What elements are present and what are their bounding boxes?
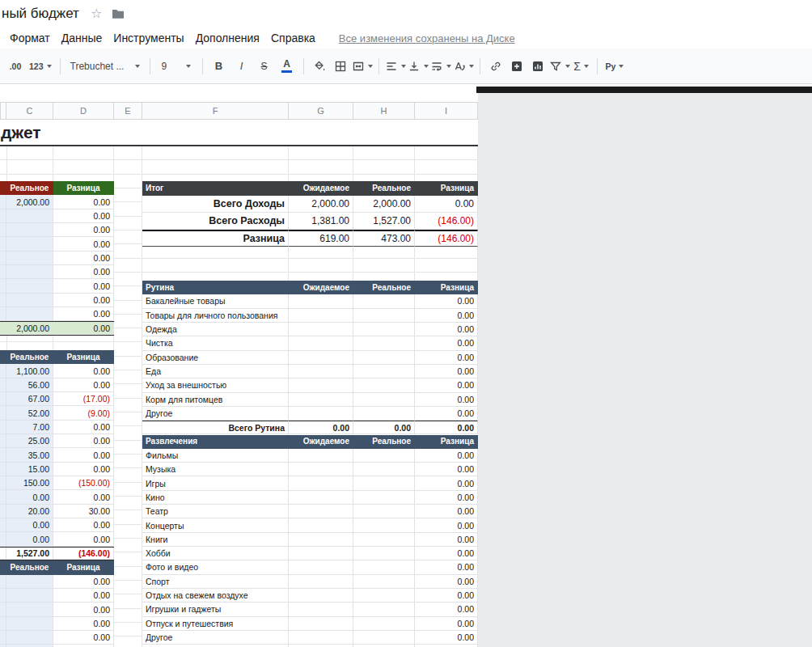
cell-real[interactable]: [6, 223, 53, 237]
header-cell[interactable]: [0, 181, 6, 195]
cell-diff[interactable]: 0.00: [53, 223, 114, 237]
cell-real[interactable]: 150.00: [6, 476, 53, 490]
totals-diff[interactable]: (146.00): [415, 230, 478, 247]
save-status-link[interactable]: Все изменения сохранены на Диске: [339, 32, 515, 44]
item-name[interactable]: Одежда: [142, 323, 289, 336]
font-family-selector[interactable]: Trebuchet ...: [66, 57, 144, 76]
header-section[interactable]: Рутина: [142, 281, 289, 294]
insert-comment-button[interactable]: [507, 57, 527, 76]
cell-diff[interactable]: 0.00: [53, 603, 114, 616]
cell-expected[interactable]: [289, 351, 353, 365]
cell-diff[interactable]: 0.00: [53, 434, 114, 448]
column-header-e[interactable]: E: [114, 102, 142, 120]
cell-diff[interactable]: 0.00: [415, 463, 478, 476]
cell-diff[interactable]: 0.00: [415, 617, 478, 631]
text-wrap-button[interactable]: [430, 57, 451, 76]
cell[interactable]: [0, 265, 6, 279]
cell-diff[interactable]: 0.00: [53, 209, 114, 223]
cell-diff[interactable]: 0.00: [53, 448, 114, 462]
cell-diff[interactable]: 0.00: [53, 463, 114, 476]
cell[interactable]: [0, 421, 6, 434]
cell-expected[interactable]: [289, 518, 353, 532]
cell-diff[interactable]: (150.00): [53, 476, 114, 490]
cell-real[interactable]: [353, 365, 415, 378]
cell[interactable]: [0, 406, 6, 420]
cell-real[interactable]: [6, 279, 53, 293]
cell[interactable]: [0, 490, 6, 504]
cell-diff[interactable]: 0.00: [415, 491, 478, 505]
item-name[interactable]: Корм для питомцев: [142, 393, 289, 407]
cell-diff[interactable]: 0.00: [53, 294, 114, 307]
totals-expected[interactable]: 1,381.00: [289, 213, 353, 230]
cell-expected[interactable]: [289, 365, 353, 378]
header-real[interactable]: Реальное: [353, 435, 415, 449]
cell-expected[interactable]: [289, 575, 353, 589]
cell-real[interactable]: [353, 476, 415, 490]
cell-expected[interactable]: [289, 505, 353, 518]
cell-real[interactable]: [6, 252, 53, 265]
cell-diff[interactable]: 30.00: [53, 505, 114, 518]
cell-expected[interactable]: [289, 589, 353, 603]
cell-real[interactable]: [6, 307, 53, 321]
font-size-selector[interactable]: 9: [156, 57, 197, 76]
item-name[interactable]: Бакалейные товары: [142, 294, 289, 308]
totals-label[interactable]: Всего Доходы: [142, 196, 289, 213]
cell-diff[interactable]: 0.00: [53, 237, 114, 251]
functions-button[interactable]: Σ: [572, 57, 591, 76]
cell-real[interactable]: [353, 309, 415, 323]
column-header-c[interactable]: C: [6, 102, 53, 120]
menu-item[interactable]: Дополнения: [190, 29, 265, 47]
insert-chart-button[interactable]: [528, 57, 548, 76]
cell-real[interactable]: [6, 209, 53, 223]
cell-diff[interactable]: 0.00: [415, 547, 478, 560]
cell[interactable]: [0, 364, 6, 378]
cell-diff[interactable]: 0.00: [415, 378, 478, 392]
merge-cells-button[interactable]: [352, 57, 373, 76]
insert-link-button[interactable]: [486, 57, 505, 76]
filter-button[interactable]: [549, 57, 570, 76]
cell-real[interactable]: [353, 560, 415, 574]
header-cell[interactable]: [0, 560, 6, 574]
vertical-align-button[interactable]: [408, 57, 429, 76]
document-title[interactable]: ный бюджет: [2, 6, 79, 22]
cell-diff[interactable]: 0.00: [415, 309, 478, 323]
cell-expected[interactable]: [289, 491, 353, 505]
italic-button[interactable]: I: [231, 57, 252, 76]
cell-expected[interactable]: [289, 476, 353, 490]
total-expected[interactable]: 0.00: [289, 421, 353, 434]
cell-diff[interactable]: 0.00: [415, 294, 478, 308]
column-header-partial[interactable]: [0, 102, 6, 120]
totals-diff[interactable]: (146.00): [415, 213, 478, 230]
strikethrough-button[interactable]: S: [254, 57, 275, 76]
cell-real[interactable]: [353, 336, 415, 350]
cell[interactable]: [0, 617, 6, 631]
cell-real[interactable]: [353, 631, 415, 645]
item-name[interactable]: Другое: [142, 407, 289, 421]
cell[interactable]: [0, 252, 6, 265]
cell-diff[interactable]: 0.00: [53, 589, 114, 603]
cell-expected[interactable]: [289, 336, 353, 350]
header-cell[interactable]: [0, 350, 6, 364]
cell-diff[interactable]: 0.00: [53, 421, 114, 434]
cell-diff[interactable]: 0.00: [415, 560, 478, 574]
totals-expected[interactable]: 2,000.00: [289, 196, 353, 213]
cell-diff[interactable]: 0.00: [53, 575, 114, 589]
totals-label[interactable]: Разница: [142, 230, 289, 247]
cell[interactable]: [0, 223, 6, 237]
item-name[interactable]: Театр: [142, 505, 289, 518]
cell-expected[interactable]: [289, 323, 353, 336]
cell-real[interactable]: [6, 575, 53, 589]
cell-diff[interactable]: 0.00: [53, 307, 114, 321]
cell-real[interactable]: [353, 491, 415, 505]
cell-diff[interactable]: 0.00: [53, 631, 114, 645]
item-name[interactable]: Товары для личного пользования: [142, 309, 289, 323]
folder-icon[interactable]: [112, 8, 125, 19]
item-name[interactable]: Отпуск и путешествия: [142, 617, 289, 631]
cell-real[interactable]: 15.00: [6, 463, 53, 476]
cell-expected[interactable]: [289, 631, 353, 645]
total-diff[interactable]: (146.00): [53, 548, 114, 560]
cell-real[interactable]: [6, 617, 53, 631]
cell-expected[interactable]: [289, 407, 353, 421]
cell-diff[interactable]: 0.00: [415, 336, 478, 350]
cell-real[interactable]: 0.00: [6, 490, 53, 504]
